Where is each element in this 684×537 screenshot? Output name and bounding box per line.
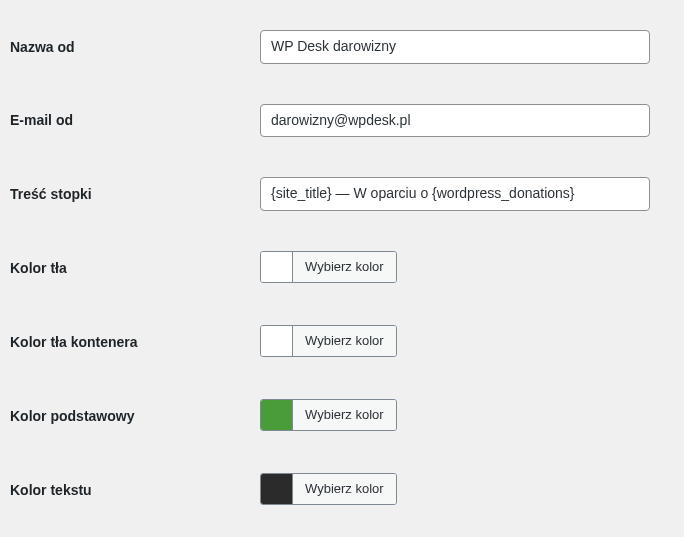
row-logo: Logo Wstaw obraz <box>10 527 674 537</box>
row-name-from: Nazwa od <box>10 10 674 84</box>
input-email-from[interactable] <box>260 104 650 138</box>
row-primary-color: Kolor podstawowy Wybierz kolor <box>10 379 674 453</box>
label-text-color: Kolor tekstu <box>10 482 260 498</box>
color-swatch-text <box>261 474 293 504</box>
settings-form: Nazwa od E-mail od Treść stopki Kolor tł… <box>10 10 674 537</box>
color-button-container-bg[interactable]: Wybierz kolor <box>293 326 396 356</box>
label-email-from: E-mail od <box>10 112 260 128</box>
row-text-color: Kolor tekstu Wybierz kolor <box>10 453 674 527</box>
label-footer-text: Treść stopki <box>10 186 260 202</box>
row-email-from: E-mail od <box>10 84 674 158</box>
color-picker-text[interactable]: Wybierz kolor <box>260 473 397 505</box>
row-container-bg-color: Kolor tła kontenera Wybierz kolor <box>10 305 674 379</box>
label-name-from: Nazwa od <box>10 39 260 55</box>
color-picker-bg[interactable]: Wybierz kolor <box>260 251 397 283</box>
color-button-bg[interactable]: Wybierz kolor <box>293 252 396 282</box>
color-swatch-primary <box>261 400 293 430</box>
label-container-bg-color: Kolor tła kontenera <box>10 334 260 350</box>
input-name-from[interactable] <box>260 30 650 64</box>
color-button-primary[interactable]: Wybierz kolor <box>293 400 396 430</box>
color-swatch-bg <box>261 252 293 282</box>
color-picker-primary[interactable]: Wybierz kolor <box>260 399 397 431</box>
label-bg-color: Kolor tła <box>10 260 260 276</box>
label-primary-color: Kolor podstawowy <box>10 408 260 424</box>
row-bg-color: Kolor tła Wybierz kolor <box>10 231 674 305</box>
input-footer-text[interactable] <box>260 177 650 211</box>
color-button-text[interactable]: Wybierz kolor <box>293 474 396 504</box>
row-footer-text: Treść stopki <box>10 157 674 231</box>
color-picker-container-bg[interactable]: Wybierz kolor <box>260 325 397 357</box>
color-swatch-container-bg <box>261 326 293 356</box>
